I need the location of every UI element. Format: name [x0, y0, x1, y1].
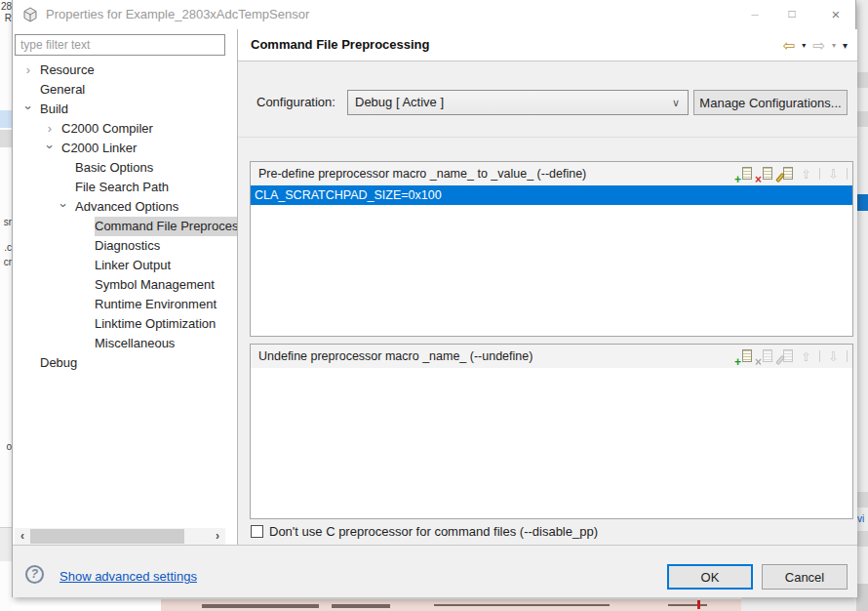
- scroll-left-icon[interactable]: ‹: [15, 528, 30, 545]
- bg-band: [0, 527, 12, 561]
- bg-text-fragment: sr: [4, 217, 12, 227]
- move-up-glyph: ⇧: [799, 167, 813, 182]
- tree-item-linker-output[interactable]: Linker Output: [13, 256, 237, 275]
- tree-item-label: General: [40, 80, 85, 100]
- predefine-group-title: Pre-define preprocessor macro _name_ to …: [251, 167, 586, 181]
- toolbar-separator: [847, 168, 848, 180]
- window-title: Properties for Example_2803xAdcTempSenso…: [46, 0, 309, 29]
- document-glyph: [783, 167, 793, 180]
- cancel-button[interactable]: Cancel: [762, 564, 848, 590]
- disable-pp-checkbox-row[interactable]: Don't use C preprocessor for command fil…: [251, 524, 598, 539]
- properties-dialog: Properties for Example_2803xAdcTempSenso…: [12, 0, 856, 597]
- bg-band: [856, 111, 868, 127]
- document-glyph: [783, 349, 793, 362]
- macro-list-item[interactable]: CLA_SCRATCHPAD_SIZE=0x100: [251, 185, 852, 205]
- move-down-icon[interactable]: ⇩: [826, 167, 841, 182]
- background-app-bottom-edge: [12, 597, 856, 611]
- tree-item-general[interactable]: General: [13, 80, 237, 100]
- configuration-select[interactable]: Debug [ Active ] ∨: [347, 90, 689, 115]
- move-down-icon[interactable]: ⇩: [826, 349, 841, 364]
- bg-band: [856, 72, 868, 88]
- tree-item-linktime-optimization[interactable]: Linktime Optimization: [13, 314, 237, 334]
- tree-item-runtime-environment[interactable]: Runtime Environment: [13, 295, 237, 314]
- tree-item-diagnostics[interactable]: Diagnostics: [13, 236, 237, 256]
- predefine-group-header: Pre-define preprocessor macro _name_ to …: [251, 162, 852, 185]
- toolbar-separator: [819, 350, 820, 362]
- close-icon[interactable]: ×: [821, 0, 850, 28]
- chevron-expanded-icon[interactable]: ›: [21, 102, 36, 114]
- add-icon[interactable]: +: [737, 349, 752, 364]
- tree-item-label: Advanced Options: [75, 197, 178, 217]
- cube-app-icon: [22, 7, 38, 22]
- dialog-footer: ? Show advanced settings OK Cancel: [13, 545, 857, 597]
- minimize-icon[interactable]: –: [740, 0, 769, 28]
- view-menu-icon[interactable]: ▾: [843, 40, 848, 51]
- configuration-label: Configuration:: [256, 95, 335, 109]
- chevron-collapsed-icon[interactable]: ›: [44, 121, 56, 136]
- tree-item-symbol-management[interactable]: Symbol Management: [13, 275, 237, 295]
- history-nav-group: ⇦ ▾ ⇨ ▾ ▾: [783, 29, 848, 61]
- tree-item-miscellaneous[interactable]: Miscellaneous: [13, 334, 237, 353]
- delete-icon[interactable]: ×: [758, 167, 772, 182]
- disable-pp-label: Don't use C preprocessor for command fil…: [269, 524, 598, 539]
- tree-horizontal-scrollbar[interactable]: ‹ ›: [15, 528, 225, 545]
- edit-icon[interactable]: [778, 167, 793, 182]
- tree-item-command-file-preprocessing[interactable]: Command File Preprocessing: [13, 217, 237, 236]
- forward-dropdown-icon[interactable]: ▾: [832, 41, 836, 50]
- scrollbar-thumb[interactable]: [30, 529, 184, 544]
- bg-text-fragment: 28: [1, 1, 12, 12]
- tree-item-c2000-linker[interactable]: ›C2000 Linker: [13, 139, 237, 158]
- tree-item-label: File Search Path: [75, 178, 169, 197]
- bg-error-marker: [697, 600, 700, 609]
- bg-selection-band: [0, 110, 12, 128]
- background-app-left-edge: 28 R sr .c cr o: [0, 0, 12, 611]
- chevron-expanded-icon[interactable]: ›: [43, 142, 58, 153]
- document-glyph: [742, 167, 752, 180]
- delete-icon[interactable]: ×: [758, 349, 772, 364]
- show-advanced-settings-link[interactable]: Show advanced settings: [59, 569, 197, 584]
- bg-band: [0, 130, 12, 147]
- tree-item-file-search-path[interactable]: File Search Path: [13, 178, 237, 197]
- undefine-macro-group: Undefine preprocessor macro _name_ (--un…: [250, 344, 853, 519]
- manage-configurations-button[interactable]: Manage Configurations...: [693, 90, 848, 115]
- tree-item-label: Runtime Environment: [95, 295, 217, 314]
- add-icon[interactable]: +: [737, 167, 752, 182]
- tree-item-basic-options[interactable]: Basic Options: [13, 158, 237, 178]
- bg-code-smudge: [332, 604, 390, 608]
- tree-item-c2000-compiler[interactable]: ›C2000 Compiler: [13, 119, 237, 139]
- properties-tree: ›ResourceGeneral›Build›C2000 Compiler›C2…: [13, 61, 237, 373]
- tree-item-build[interactable]: ›Build: [13, 100, 237, 119]
- toolbar-separator: [847, 350, 848, 362]
- bg-band: [856, 492, 868, 508]
- back-dropdown-icon[interactable]: ▾: [802, 41, 806, 50]
- chevron-expanded-icon[interactable]: ›: [57, 200, 71, 212]
- tree-item-advanced-options[interactable]: ›Advanced Options: [13, 197, 237, 217]
- back-icon[interactable]: ⇦: [783, 38, 796, 53]
- bg-selection-band: [856, 194, 868, 211]
- maximize-icon[interactable]: □: [777, 0, 807, 28]
- chevron-collapsed-icon[interactable]: ›: [22, 62, 34, 77]
- document-glyph: [763, 167, 772, 180]
- edit-icon[interactable]: [778, 349, 793, 364]
- tree-item-label: Command File Preprocessing: [95, 217, 237, 236]
- tree-item-resource[interactable]: ›Resource: [13, 61, 237, 80]
- tree-item-debug[interactable]: Debug: [13, 353, 237, 373]
- move-up-icon[interactable]: ⇧: [799, 349, 813, 364]
- scroll-right-icon[interactable]: ›: [210, 528, 225, 545]
- toolbar-separator: [819, 168, 820, 180]
- tree-item-label: Resource: [40, 61, 95, 80]
- tree-item-label: Symbol Management: [95, 275, 215, 295]
- configuration-value: Debug [ Active ]: [355, 95, 444, 109]
- bg-code-smudge: [202, 604, 319, 608]
- properties-nav-panel: ›ResourceGeneral›Build›C2000 Compiler›C2…: [13, 29, 237, 545]
- move-up-icon[interactable]: ⇧: [799, 167, 813, 182]
- disable-pp-checkbox[interactable]: [251, 525, 263, 538]
- bg-code-smudge: [434, 604, 610, 606]
- bg-highlighted-code-line: [161, 599, 741, 611]
- dialog-titlebar[interactable]: Properties for Example_2803xAdcTempSenso…: [13, 0, 855, 29]
- ok-button[interactable]: OK: [667, 564, 753, 590]
- forward-icon[interactable]: ⇨: [812, 38, 825, 53]
- help-icon[interactable]: ?: [25, 565, 44, 584]
- move-down-glyph: ⇩: [826, 167, 841, 182]
- filter-input[interactable]: [15, 34, 225, 56]
